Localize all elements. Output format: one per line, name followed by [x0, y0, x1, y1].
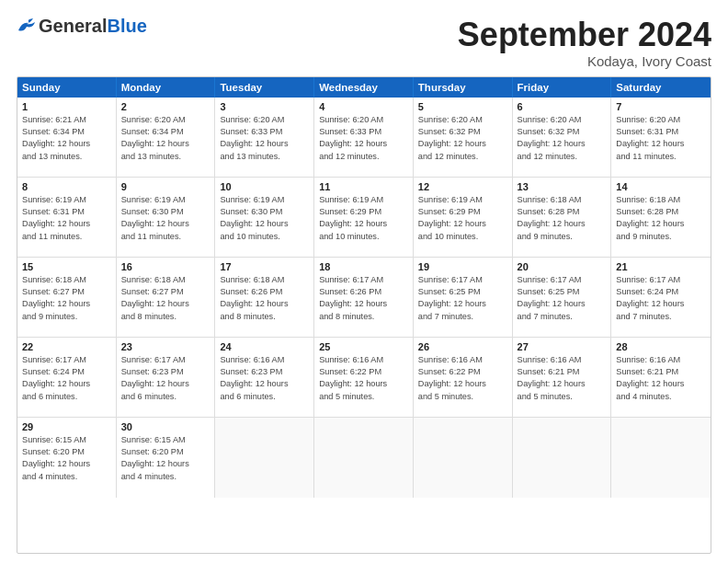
cal-cell-1-5: 13Sunrise: 6:18 AM Sunset: 6:28 PM Dayli… [513, 178, 612, 257]
day-number: 14 [616, 181, 706, 192]
week-row-2: 8Sunrise: 6:19 AM Sunset: 6:31 PM Daylig… [17, 178, 711, 258]
week-row-3: 15Sunrise: 6:18 AM Sunset: 6:27 PM Dayli… [17, 258, 711, 338]
day-info: Sunrise: 6:19 AM Sunset: 6:31 PM Dayligh… [22, 194, 111, 243]
cal-cell-0-5: 6Sunrise: 6:20 AM Sunset: 6:32 PM Daylig… [513, 98, 612, 177]
day-number: 27 [518, 341, 607, 352]
day-number: 18 [319, 261, 408, 272]
logo-text: GeneralBlue [39, 17, 147, 35]
calendar: Sunday Monday Tuesday Wednesday Thursday… [17, 76, 711, 554]
day-info: Sunrise: 6:19 AM Sunset: 6:29 PM Dayligh… [418, 194, 507, 243]
weekday-sunday: Sunday [17, 77, 117, 98]
day-info: Sunrise: 6:20 AM Sunset: 6:32 PM Dayligh… [518, 114, 607, 163]
day-number: 19 [418, 261, 507, 272]
day-info: Sunrise: 6:20 AM Sunset: 6:34 PM Dayligh… [121, 114, 210, 163]
cal-cell-1-0: 8Sunrise: 6:19 AM Sunset: 6:31 PM Daylig… [17, 178, 117, 257]
cal-cell-0-4: 5Sunrise: 6:20 AM Sunset: 6:32 PM Daylig… [414, 98, 513, 177]
cal-cell-3-6: 28Sunrise: 6:16 AM Sunset: 6:21 PM Dayli… [611, 338, 711, 417]
day-info: Sunrise: 6:18 AM Sunset: 6:27 PM Dayligh… [121, 274, 210, 323]
day-number: 28 [616, 341, 706, 352]
calendar-body: 1Sunrise: 6:21 AM Sunset: 6:34 PM Daylig… [17, 98, 711, 498]
cal-cell-4-1: 30Sunrise: 6:15 AM Sunset: 6:20 PM Dayli… [117, 418, 216, 498]
logo-bird-icon [17, 17, 37, 34]
cal-cell-4-2 [215, 418, 314, 498]
weekday-wednesday: Wednesday [314, 77, 414, 98]
day-number: 15 [22, 261, 111, 272]
day-number: 29 [22, 421, 111, 432]
cal-cell-2-1: 16Sunrise: 6:18 AM Sunset: 6:27 PM Dayli… [117, 258, 216, 337]
day-info: Sunrise: 6:18 AM Sunset: 6:28 PM Dayligh… [616, 194, 706, 243]
cal-cell-2-5: 20Sunrise: 6:17 AM Sunset: 6:25 PM Dayli… [513, 258, 612, 337]
day-info: Sunrise: 6:20 AM Sunset: 6:31 PM Dayligh… [616, 114, 706, 163]
cal-cell-4-5 [513, 418, 612, 498]
day-number: 4 [319, 101, 408, 112]
day-number: 13 [518, 181, 607, 192]
cal-cell-2-6: 21Sunrise: 6:17 AM Sunset: 6:24 PM Dayli… [611, 258, 711, 337]
day-number: 3 [220, 101, 309, 112]
header: GeneralBlue September 2024 Kodaya, Ivory… [17, 17, 711, 69]
day-info: Sunrise: 6:18 AM Sunset: 6:28 PM Dayligh… [518, 194, 607, 243]
day-info: Sunrise: 6:16 AM Sunset: 6:21 PM Dayligh… [616, 354, 706, 403]
day-number: 30 [121, 421, 210, 432]
day-number: 9 [121, 181, 210, 192]
day-number: 22 [22, 341, 111, 352]
day-number: 8 [22, 181, 111, 192]
day-info: Sunrise: 6:20 AM Sunset: 6:33 PM Dayligh… [319, 114, 408, 163]
day-info: Sunrise: 6:15 AM Sunset: 6:20 PM Dayligh… [121, 434, 210, 483]
day-info: Sunrise: 6:17 AM Sunset: 6:24 PM Dayligh… [22, 354, 111, 403]
cal-cell-0-3: 4Sunrise: 6:20 AM Sunset: 6:33 PM Daylig… [314, 98, 414, 177]
day-info: Sunrise: 6:18 AM Sunset: 6:27 PM Dayligh… [22, 274, 111, 323]
cal-cell-0-6: 7Sunrise: 6:20 AM Sunset: 6:31 PM Daylig… [611, 98, 711, 177]
cal-cell-3-2: 24Sunrise: 6:16 AM Sunset: 6:23 PM Dayli… [215, 338, 314, 417]
cal-cell-1-1: 9Sunrise: 6:19 AM Sunset: 6:30 PM Daylig… [117, 178, 216, 257]
weekday-thursday: Thursday [414, 77, 513, 98]
day-number: 17 [220, 261, 309, 272]
cal-cell-1-2: 10Sunrise: 6:19 AM Sunset: 6:30 PM Dayli… [215, 178, 314, 257]
cal-cell-2-0: 15Sunrise: 6:18 AM Sunset: 6:27 PM Dayli… [17, 258, 117, 337]
weekday-friday: Friday [513, 77, 612, 98]
day-number: 1 [22, 101, 111, 112]
cal-cell-0-2: 3Sunrise: 6:20 AM Sunset: 6:33 PM Daylig… [215, 98, 314, 177]
day-info: Sunrise: 6:19 AM Sunset: 6:30 PM Dayligh… [220, 194, 309, 243]
day-info: Sunrise: 6:17 AM Sunset: 6:23 PM Dayligh… [121, 354, 210, 403]
day-number: 24 [220, 341, 309, 352]
calendar-header: Sunday Monday Tuesday Wednesday Thursday… [17, 77, 711, 98]
day-number: 7 [616, 101, 706, 112]
day-number: 20 [518, 261, 607, 272]
weekday-saturday: Saturday [611, 77, 711, 98]
cal-cell-1-6: 14Sunrise: 6:18 AM Sunset: 6:28 PM Dayli… [611, 178, 711, 257]
day-number: 26 [418, 341, 507, 352]
title-block: September 2024 Kodaya, Ivory Coast [458, 17, 711, 69]
day-number: 25 [319, 341, 408, 352]
week-row-4: 22Sunrise: 6:17 AM Sunset: 6:24 PM Dayli… [17, 338, 711, 418]
day-number: 11 [319, 181, 408, 192]
cal-cell-0-1: 2Sunrise: 6:20 AM Sunset: 6:34 PM Daylig… [117, 98, 216, 177]
page: GeneralBlue September 2024 Kodaya, Ivory… [0, 0, 728, 563]
day-info: Sunrise: 6:20 AM Sunset: 6:33 PM Dayligh… [220, 114, 309, 163]
day-info: Sunrise: 6:19 AM Sunset: 6:30 PM Dayligh… [121, 194, 210, 243]
day-info: Sunrise: 6:19 AM Sunset: 6:29 PM Dayligh… [319, 194, 408, 243]
day-number: 10 [220, 181, 309, 192]
day-info: Sunrise: 6:16 AM Sunset: 6:22 PM Dayligh… [319, 354, 408, 403]
day-number: 6 [518, 101, 607, 112]
cal-cell-3-1: 23Sunrise: 6:17 AM Sunset: 6:23 PM Dayli… [117, 338, 216, 417]
day-info: Sunrise: 6:21 AM Sunset: 6:34 PM Dayligh… [22, 114, 111, 163]
weekday-monday: Monday [117, 77, 216, 98]
month-title: September 2024 [458, 17, 711, 53]
day-number: 2 [121, 101, 210, 112]
day-info: Sunrise: 6:17 AM Sunset: 6:26 PM Dayligh… [319, 274, 408, 323]
cal-cell-1-4: 12Sunrise: 6:19 AM Sunset: 6:29 PM Dayli… [414, 178, 513, 257]
cal-cell-2-2: 17Sunrise: 6:18 AM Sunset: 6:26 PM Dayli… [215, 258, 314, 337]
day-info: Sunrise: 6:17 AM Sunset: 6:25 PM Dayligh… [518, 274, 607, 323]
cal-cell-4-6 [611, 418, 711, 498]
cal-cell-3-3: 25Sunrise: 6:16 AM Sunset: 6:22 PM Dayli… [314, 338, 414, 417]
day-info: Sunrise: 6:15 AM Sunset: 6:20 PM Dayligh… [22, 434, 111, 483]
subtitle: Kodaya, Ivory Coast [458, 53, 711, 69]
day-info: Sunrise: 6:17 AM Sunset: 6:24 PM Dayligh… [616, 274, 706, 323]
day-number: 21 [616, 261, 706, 272]
day-info: Sunrise: 6:18 AM Sunset: 6:26 PM Dayligh… [220, 274, 309, 323]
day-info: Sunrise: 6:16 AM Sunset: 6:23 PM Dayligh… [220, 354, 309, 403]
day-info: Sunrise: 6:16 AM Sunset: 6:21 PM Dayligh… [518, 354, 607, 403]
week-row-5: 29Sunrise: 6:15 AM Sunset: 6:20 PM Dayli… [17, 418, 711, 498]
cal-cell-2-3: 18Sunrise: 6:17 AM Sunset: 6:26 PM Dayli… [314, 258, 414, 337]
cal-cell-4-3 [314, 418, 414, 498]
